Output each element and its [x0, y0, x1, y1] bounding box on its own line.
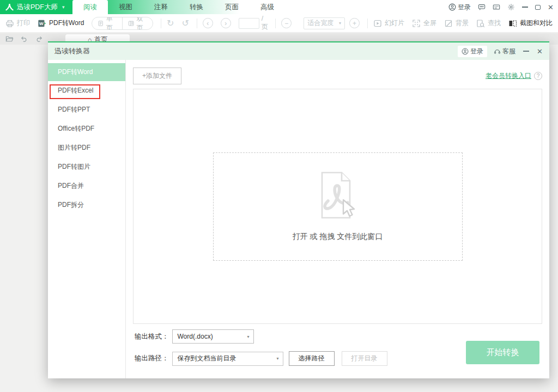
page-unit-label: /页	[262, 15, 269, 32]
user-icon	[462, 48, 469, 55]
zoom-out-button[interactable]: −	[281, 18, 292, 28]
print-button[interactable]: 打印	[5, 19, 30, 28]
tab-page[interactable]: 页面	[214, 0, 250, 14]
page-number-input[interactable]	[239, 18, 259, 29]
undo-button[interactable]	[20, 35, 28, 43]
redo-button[interactable]	[35, 35, 43, 43]
find-button[interactable]: 查找	[476, 19, 501, 28]
start-convert-button[interactable]: 开始转换	[466, 341, 539, 364]
app-title: 迅读PDF大师	[17, 3, 58, 12]
svg-text:W: W	[39, 21, 44, 26]
sidebar-item-pdf-split[interactable]: PDF拆分	[48, 195, 125, 215]
single-page-icon	[98, 20, 104, 27]
drop-zone-hint: 打开 或 拖拽 文件到此窗口	[214, 232, 462, 242]
maximize-button[interactable]	[535, 5, 541, 10]
minimize-button[interactable]	[522, 7, 528, 8]
choose-path-button[interactable]: 选择路径	[289, 351, 335, 366]
output-path-select[interactable]: 保存到文档当前目录 ▾	[172, 352, 283, 366]
dialog-minimize-button[interactable]	[522, 51, 530, 52]
close-button[interactable]: ✕	[548, 4, 554, 11]
output-path-label: 输出路径：	[135, 354, 169, 363]
app-window: 迅读PDF大师 ▾ 阅读 视图 注释 转换 页面 高级 登录	[0, 0, 558, 392]
screenshot-compare-button[interactable]: 截图和对比	[508, 19, 553, 28]
app-logo[interactable]: 迅读PDF大师 ▾	[0, 0, 72, 14]
logo-dropdown-caret-icon[interactable]: ▾	[62, 4, 65, 10]
tab-view[interactable]: 视图	[108, 0, 143, 14]
help-icon[interactable]: ?	[534, 72, 542, 80]
prev-page-button[interactable]: ‹	[203, 18, 213, 28]
sidebar-item-pdf-to-word[interactable]: PDF转Word	[48, 63, 125, 81]
user-icon	[448, 3, 456, 11]
tab-read[interactable]: 阅读	[72, 0, 108, 14]
tab-convert[interactable]: 转换	[179, 0, 214, 14]
fullscreen-button[interactable]: 全屏	[412, 19, 436, 28]
customer-service-button[interactable]: 客服	[494, 47, 515, 56]
single-page-button[interactable]: 单页	[92, 17, 122, 30]
next-page-button[interactable]: ›	[221, 18, 231, 28]
slideshow-icon	[373, 19, 382, 28]
converter-dialog-titlebar: 迅读转换器 登录 客服 ✕	[48, 42, 549, 60]
zoom-in-button[interactable]: +	[349, 18, 360, 28]
login-button[interactable]: 登录	[448, 3, 471, 12]
converter-sidebar: PDF转Word PDF转Excel PDF转PPT Office转PDF 图片…	[48, 60, 126, 378]
dialog-login-button[interactable]: 登录	[458, 46, 487, 57]
sidebar-item-image-to-pdf[interactable]: 图片转PDF	[48, 138, 125, 157]
folder-open-icon	[5, 35, 14, 43]
chevron-down-icon: ▾	[276, 356, 278, 361]
background-icon	[444, 19, 453, 28]
app-logo-icon	[5, 3, 14, 11]
file-list-area: 打开 或 拖拽 文件到此窗口	[133, 89, 542, 324]
zoom-mode-select[interactable]: 适合宽度▾	[304, 17, 345, 29]
drop-zone[interactable]: 打开 或 拖拽 文件到此窗口	[213, 152, 463, 261]
undo-icon	[20, 35, 28, 43]
sidebar-item-pdf-to-ppt[interactable]: PDF转PPT	[48, 100, 125, 119]
fullscreen-icon	[412, 19, 421, 28]
converter-dialog: 迅读转换器 登录 客服 ✕ PDF	[48, 41, 549, 378]
sidebar-item-office-to-pdf[interactable]: Office转PDF	[48, 119, 125, 138]
page-layout-toggle: 单页 双页	[92, 17, 153, 30]
screenshot-compare-icon	[508, 19, 517, 28]
rotate-clockwise-button[interactable]: ↻	[167, 18, 174, 28]
chevron-down-icon: ▾	[339, 21, 341, 26]
dialog-title: 迅读转换器	[54, 46, 90, 56]
sidebar-item-pdf-to-image[interactable]: PDF转图片	[48, 157, 125, 176]
feedback-chat-icon[interactable]	[478, 3, 486, 11]
output-format-label: 输出格式：	[135, 332, 169, 341]
open-directory-button[interactable]: 打开目录	[342, 351, 387, 366]
chevron-down-icon: ▾	[247, 334, 249, 339]
menu-tabs: 阅读 视图 注释 转换 页面 高级	[72, 0, 285, 14]
app-titlebar: 迅读PDF大师 ▾ 阅读 视图 注释 转换 页面 高级 登录	[0, 0, 558, 14]
double-page-button[interactable]: 双页	[123, 17, 153, 30]
rotate-ccw-icon: ↺	[181, 18, 189, 28]
background-button[interactable]: 背景	[444, 19, 469, 28]
search-icon	[476, 19, 485, 28]
tab-annotate[interactable]: 注释	[143, 0, 179, 14]
slideshow-button[interactable]: 幻灯片	[373, 19, 404, 28]
dialog-close-button[interactable]: ✕	[537, 48, 543, 55]
converter-main-panel: +添加文件 老会员转换入口 ?	[126, 60, 549, 378]
redo-icon	[35, 35, 43, 43]
open-file-button[interactable]	[5, 35, 14, 43]
pdf-document-icon	[307, 169, 368, 224]
rotate-counterclockwise-button[interactable]: ↺	[181, 18, 189, 28]
ribbon-toolbar: 打印 W PDF转Word 单页 双页	[0, 14, 558, 33]
shortcut-card-icon[interactable]	[493, 3, 500, 11]
add-file-button[interactable]: +添加文件	[133, 68, 181, 84]
headset-icon	[494, 48, 501, 55]
settings-gear-icon[interactable]	[507, 3, 515, 11]
word-doc-icon: W	[38, 19, 46, 28]
old-member-entry-link[interactable]: 老会员转换入口	[486, 71, 531, 81]
sidebar-item-pdf-to-excel[interactable]: PDF转Excel	[48, 81, 125, 100]
printer-icon	[5, 19, 14, 28]
double-page-icon	[128, 20, 134, 27]
pdf-to-word-button[interactable]: W PDF转Word	[38, 19, 84, 28]
sidebar-item-pdf-merge[interactable]: PDF合并	[48, 176, 125, 195]
tab-advanced[interactable]: 高级	[250, 0, 285, 14]
output-format-select[interactable]: Word(.docx) ▾	[172, 329, 254, 344]
rotate-cw-icon: ↻	[167, 18, 174, 28]
